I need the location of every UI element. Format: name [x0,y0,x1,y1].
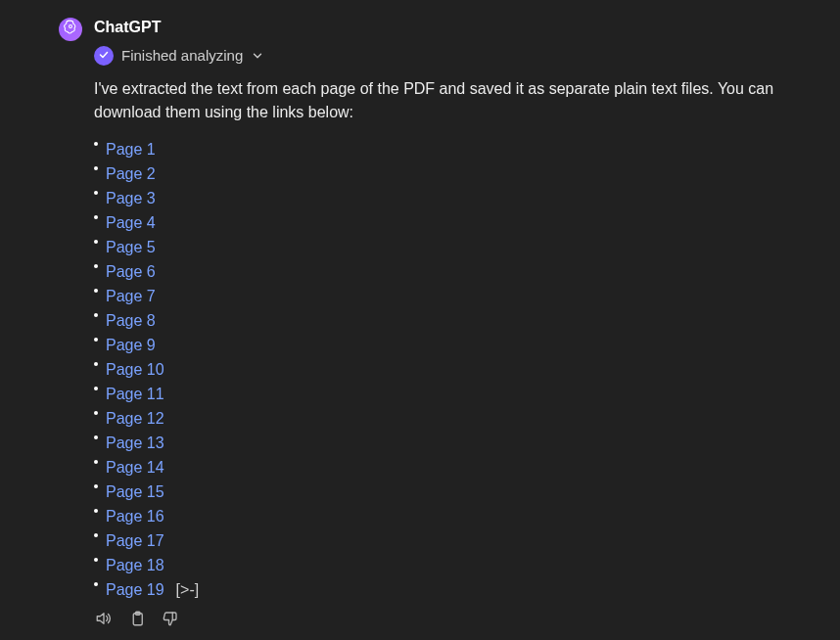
page-link[interactable]: Page 18 [106,554,164,577]
page-link[interactable]: Page 8 [106,309,156,333]
page-link[interactable]: Page 10 [106,358,164,382]
list-item: Page 10 [104,358,777,383]
chat-message: ChatGPT Finished analyzing I've extr [0,0,840,640]
openai-logo-icon [63,18,78,41]
assistant-avatar [59,18,82,41]
page-link[interactable]: Page 16 [106,505,164,528]
list-item: Page 2 [104,162,777,187]
page-link-list: Page 1Page 2Page 3Page 4Page 5Page 6Page… [94,138,777,603]
svg-marker-1 [97,614,104,624]
page-link[interactable]: Page 5 [106,236,156,259]
speaker-icon [95,610,113,630]
clipboard-icon [128,610,146,630]
list-item: Page 11 [104,383,777,407]
read-aloud-button[interactable] [94,611,114,630]
page-link[interactable]: Page 14 [106,456,164,480]
list-item: Page 16 [104,505,777,529]
message-body: ChatGPT Finished analyzing I've extr [94,16,777,630]
svg-point-0 [70,25,72,28]
copy-button[interactable] [127,611,147,630]
page-link[interactable]: Page 15 [106,480,164,504]
list-item: Page 3 [104,187,777,211]
analysis-status-toggle[interactable]: Finished analyzing [94,45,777,68]
chevron-down-icon [251,49,264,63]
page-link[interactable]: Page 7 [106,285,156,308]
list-item: Page 14 [104,456,777,480]
assistant-name: ChatGPT [94,16,777,39]
link-note: [>-] [176,578,200,602]
page-link[interactable]: Page 11 [106,383,164,406]
check-badge [94,46,114,66]
check-icon [98,44,110,68]
list-item: Page 13 [104,432,777,456]
list-item: Page 1 [104,138,777,162]
thumbs-down-icon [162,610,179,630]
list-item: Page 8 [104,309,777,334]
message-row: ChatGPT Finished analyzing I've extr [59,16,777,630]
list-item: Page 12 [104,407,777,432]
page-link[interactable]: Page 3 [106,187,156,210]
dislike-button[interactable] [161,611,180,630]
list-item: Page 17 [104,529,777,554]
message-actions [94,611,777,630]
list-item: Page 7 [104,285,777,309]
list-item: Page 4 [104,211,777,236]
list-item: Page 9 [104,334,777,358]
page-link[interactable]: Page 2 [106,162,156,186]
list-item: Page 5 [104,236,777,260]
list-item: Page 6 [104,260,777,285]
page-link[interactable]: Page 9 [106,334,156,357]
page-link[interactable]: Page 1 [106,138,156,161]
assistant-message-text: I've extracted the text from each page o… [94,77,777,124]
list-item: Page 19 [>-] [104,578,777,603]
page-link[interactable]: Page 6 [106,260,156,284]
analysis-status-label: Finished analyzing [121,45,243,68]
page-link[interactable]: Page 19 [106,578,164,602]
page-link[interactable]: Page 4 [106,211,156,235]
page-link[interactable]: Page 12 [106,407,164,431]
list-item: Page 18 [104,554,777,578]
page-link[interactable]: Page 13 [106,432,164,455]
list-item: Page 15 [104,480,777,505]
page-link[interactable]: Page 17 [106,529,164,553]
